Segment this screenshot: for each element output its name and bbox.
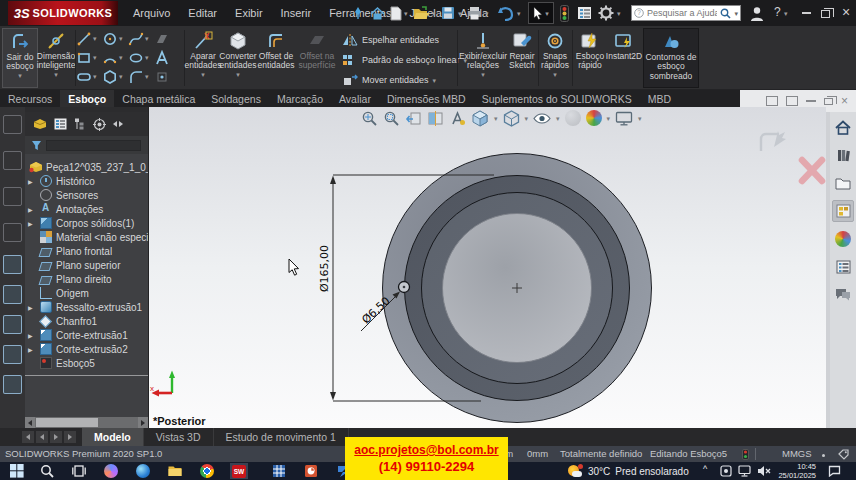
nav-next-icon[interactable] (50, 431, 62, 443)
feature-tree-tab-icon[interactable] (33, 118, 47, 130)
scroll-right-icon[interactable] (138, 417, 148, 428)
tab-modelo[interactable]: Modelo (82, 428, 144, 446)
home-icon[interactable] (370, 4, 385, 22)
configuration-manager-tab-icon[interactable] (74, 118, 86, 130)
help-caret-icon[interactable]: ▾ (784, 10, 788, 17)
close-button[interactable]: × (838, 5, 854, 19)
menu-arquivo[interactable]: Arquivo (124, 7, 179, 19)
rectangle-tool[interactable]: ▾ (76, 48, 102, 67)
minimize-button[interactable] (798, 6, 814, 20)
undo-icon[interactable] (496, 4, 514, 22)
tree-item-anotacoes[interactable]: ▶Anotações (25, 202, 148, 216)
open-icon[interactable] (413, 4, 430, 22)
expand-icon[interactable]: ▶ (28, 346, 33, 353)
display-style-icon[interactable] (503, 110, 520, 127)
instant2d-button[interactable]: Instant2D (607, 28, 641, 88)
offset-entities-button[interactable]: Offset de entidades (257, 28, 295, 88)
options-list-icon[interactable] (577, 4, 592, 22)
custom-properties-icon[interactable] (832, 256, 854, 278)
print-icon[interactable] (467, 4, 482, 22)
marquee-select-icon[interactable] (3, 315, 22, 334)
exit-sketch-button[interactable]: Sair do esboço ▾ (2, 28, 38, 88)
user-account-icon[interactable] (750, 4, 764, 22)
new-document-icon[interactable] (390, 4, 402, 22)
status-units-caret-icon[interactable] (822, 454, 825, 457)
hide-show-caret-icon[interactable]: ▾ (556, 115, 560, 122)
pin-menu-icon[interactable] (352, 4, 364, 22)
volume-muted-icon[interactable] (757, 465, 771, 477)
settings-gear-icon[interactable] (598, 4, 614, 22)
nav-prev-icon[interactable] (36, 431, 48, 443)
tree-item-origem[interactable]: Origem (25, 286, 148, 300)
apply-scene-caret-icon[interactable]: ▾ (607, 115, 611, 122)
ellipse-tool[interactable]: ▾ (128, 48, 154, 67)
expand-icon[interactable]: ▶ (28, 332, 33, 339)
save-icon[interactable] (441, 4, 455, 22)
search-input[interactable] (647, 8, 717, 18)
pane-left-icon[interactable] (766, 96, 778, 106)
help-icon[interactable]: ? (774, 5, 781, 19)
trim-caret-icon[interactable]: ▾ (201, 71, 205, 78)
chrome-icon[interactable] (200, 464, 214, 478)
tree-item-esboco5[interactable]: Esboço5 (25, 356, 148, 370)
menu-inserir[interactable]: Inserir (272, 7, 321, 19)
action-center-icon[interactable] (828, 465, 841, 477)
doc-minimize-button[interactable] (806, 100, 816, 102)
convert-caret-icon[interactable]: ▾ (236, 71, 240, 78)
tree-part-root[interactable]: Peça12^035_237_1_0_00 - Su (25, 160, 148, 174)
zoom-area-icon[interactable] (383, 110, 400, 127)
panes-icon[interactable] (3, 345, 22, 364)
home-tab-icon[interactable] (832, 116, 854, 138)
polygon-tool[interactable]: ▾ (102, 67, 128, 86)
tree-item-plano-superior[interactable]: Plano superior (25, 258, 148, 272)
point-tool[interactable] (154, 67, 180, 86)
tab-recursos[interactable]: Recursos (0, 90, 60, 107)
restore-button[interactable] (817, 7, 833, 21)
move-entities-button[interactable]: Mover entidades ▾ (342, 70, 436, 90)
file-explorer-icon[interactable] (832, 172, 854, 194)
tree-item-ressalto-extrusao1[interactable]: ▶Ressalto-extrusão1 (25, 300, 148, 314)
filter-funnel-icon[interactable] (31, 140, 42, 151)
quick-snaps-caret-icon[interactable]: ▾ (553, 71, 557, 78)
ghost-view-cube-icon[interactable] (3, 223, 22, 242)
table-app-icon[interactable] (272, 464, 286, 478)
fillet-tool[interactable]: ▾ (128, 67, 154, 86)
edge-icon[interactable] (136, 464, 150, 478)
explorer-icon[interactable] (168, 464, 182, 478)
view-settings-icon[interactable] (615, 111, 633, 126)
tree-item-corpos-solidos[interactable]: ▶Corpos sólidos(1) (25, 216, 148, 230)
slot-tool[interactable]: ▾ (76, 67, 102, 86)
tab-soldagens[interactable]: Soldagens (203, 90, 269, 107)
view-settings-caret-icon[interactable]: ▾ (638, 115, 642, 122)
zoom-fit-icon[interactable] (361, 110, 378, 127)
orientation-caret-icon[interactable]: ▾ (494, 115, 498, 122)
tray-expand-icon[interactable]: ^ (703, 464, 707, 474)
tree-item-corte-extrusao2[interactable]: ▶Corte-extrusão2 (25, 342, 148, 356)
ghost-view-cube-icon[interactable] (3, 187, 22, 206)
status-tag-icon[interactable] (838, 449, 849, 460)
repair-sketch-button[interactable]: Repair Sketch (508, 28, 536, 88)
tree-item-plano-direito[interactable]: Plano direito (25, 272, 148, 286)
annotation-views-icon[interactable] (449, 110, 466, 127)
forum-icon[interactable] (832, 284, 854, 306)
circle-tool[interactable]: ▾ (102, 29, 128, 48)
ghost-view-cube-icon[interactable] (3, 151, 22, 170)
mirror-entities-button[interactable]: Espelhar entidades (342, 30, 439, 50)
tab-esboco[interactable]: Esboço (60, 90, 114, 107)
graphics-area[interactable]: ▾ ▾ ▾ ▾ ▾ (148, 107, 826, 428)
spline-tool[interactable]: ▾ (128, 29, 154, 48)
display-relations-caret-icon[interactable]: ▾ (481, 71, 485, 78)
tree-tab-scroll-arrows[interactable] (113, 121, 123, 127)
new-caret-icon[interactable]: ▾ (404, 10, 408, 17)
search-caret-icon[interactable]: ▾ (734, 10, 738, 17)
property-manager-tab-icon[interactable] (54, 118, 67, 130)
taskbar-search-icon[interactable] (40, 464, 54, 478)
tree-item-corte-extrusao1[interactable]: ▶Corte-extrusão1 (25, 328, 148, 342)
convert-entities-button[interactable]: Converter entidades ▾ (221, 28, 255, 88)
nav-last-icon[interactable] (64, 431, 76, 443)
tab-vistas-3d[interactable]: Vistas 3D (144, 428, 214, 446)
status-units[interactable]: MMGS (782, 448, 812, 459)
tab-avaliar[interactable]: Avaliar (331, 90, 379, 107)
expand-icon[interactable]: ▶ (28, 304, 33, 311)
tree-horizontal-scrollbar[interactable] (25, 417, 148, 428)
